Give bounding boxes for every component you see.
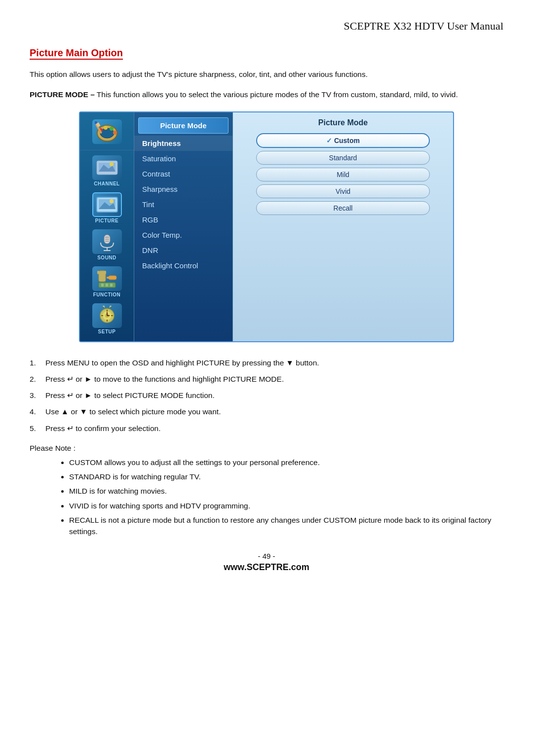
svg-rect-31 (106, 284, 108, 287)
menu-item-contrast[interactable]: Contrast (134, 166, 232, 181)
svg-rect-23 (105, 241, 109, 242)
svg-point-4 (104, 126, 108, 130)
svg-point-2 (106, 134, 109, 137)
instruction-num-3: 3. (30, 390, 45, 401)
instruction-num-1: 1. (30, 357, 45, 368)
osd-container: CHANNEL PICTURE (79, 111, 454, 342)
osd-menu: Picture Mode Brightness Saturation Contr… (134, 112, 233, 341)
instruction-3: 3. Press ↵ or ► to select PICTURE MODE f… (30, 390, 503, 401)
menu-item-brightness[interactable]: Brightness (134, 136, 232, 151)
sidebar-picture-label: PICTURE (95, 218, 118, 223)
picture-mode-text: This function allows you to select the v… (95, 90, 458, 99)
instruction-5: 5. Press ↵ to confirm your selection. (30, 423, 503, 434)
sidebar-item-palette[interactable] (80, 116, 134, 150)
svg-point-6 (113, 131, 117, 135)
sidebar-sound-label: SOUND (97, 255, 116, 260)
page-number: - 49 - (258, 552, 275, 560)
page-title: SCEPTRE X32 HDTV User Manual (344, 20, 503, 32)
sidebar-function-label: FUNCTION (93, 292, 121, 297)
function-icon (92, 266, 122, 291)
instructions: 1. Press MENU to open the OSD and highli… (30, 357, 503, 434)
note-item-2: STANDARD is for watching regular TV. (69, 471, 503, 482)
svg-rect-22 (105, 239, 109, 240)
svg-rect-21 (105, 237, 109, 238)
checkmark-icon: ✓ (326, 137, 332, 144)
svg-rect-26 (104, 271, 106, 274)
instruction-text-1: Press MENU to open the OSD and highlight… (45, 357, 503, 368)
sidebar-item-function[interactable]: FUNCTION (80, 263, 134, 300)
instruction-text-3: Press ↵ or ► to select PICTURE MODE func… (45, 390, 503, 401)
sidebar-item-sound[interactable]: SOUND (80, 226, 134, 263)
setup-icon (92, 303, 122, 328)
option-standard[interactable]: Standard (256, 151, 430, 165)
page-header: SCEPTRE X32 HDTV User Manual (30, 20, 503, 33)
instruction-1: 1. Press MENU to open the OSD and highli… (30, 357, 503, 368)
instruction-text-4: Use ▲ or ▼ to select which picture mode … (45, 406, 503, 417)
svg-rect-30 (101, 284, 104, 287)
sidebar-item-picture[interactable]: PICTURE (80, 189, 134, 226)
instruction-4: 4. Use ▲ or ▼ to select which picture mo… (30, 406, 503, 417)
please-note-label: Please Note : (30, 444, 503, 453)
svg-point-17 (110, 199, 114, 203)
sidebar-item-setup[interactable]: SETUP (80, 300, 134, 337)
menu-item-tint[interactable]: Tint (134, 197, 232, 212)
menu-item-saturation[interactable]: Saturation (134, 151, 232, 166)
sidebar-setup-label: SETUP (98, 329, 116, 334)
menu-item-sharpness[interactable]: Sharpness (134, 181, 232, 197)
instruction-text-2: Press ↵ or ► to move to the functions an… (45, 373, 503, 385)
option-recall[interactable]: Recall (256, 201, 430, 215)
osd-panel: Picture Mode ✓Custom Standard Mild Vivid… (233, 112, 453, 341)
picture-mode-bold: PICTURE MODE – (30, 90, 95, 99)
menu-title[interactable]: Picture Mode (138, 117, 228, 134)
intro-text: This option allows users to adjust the T… (30, 69, 503, 80)
sidebar-item-channel[interactable]: CHANNEL (80, 152, 134, 189)
svg-rect-32 (110, 284, 113, 287)
svg-rect-27 (109, 276, 116, 280)
picture-mode-desc: PICTURE MODE – This function allows you … (30, 89, 503, 100)
note-item-3: MILD is for watching movies. (69, 485, 503, 497)
menu-item-rgb[interactable]: RGB (134, 212, 232, 227)
menu-item-backlight[interactable]: Backlight Control (134, 258, 232, 273)
option-custom[interactable]: ✓Custom (256, 133, 430, 148)
instruction-num-5: 5. (30, 423, 45, 434)
instruction-text-5: Press ↵ to confirm your selection. (45, 423, 503, 434)
page-footer: - 49 - www.SCEPTRE.com (30, 552, 503, 573)
option-vivid[interactable]: Vivid (256, 184, 430, 198)
section-title: Picture Main Option (30, 47, 123, 60)
note-item-1: CUSTOM allows you to adjust all the sett… (69, 457, 503, 468)
palette-icon (92, 119, 122, 144)
note-item-5: RECALL is not a picture mode but a funct… (69, 514, 503, 538)
picture-icon (92, 192, 122, 217)
channel-icon (92, 155, 122, 180)
footer-url: www.SCEPTRE.com (30, 562, 503, 573)
svg-rect-28 (107, 277, 110, 279)
option-mild[interactable]: Mild (256, 168, 430, 181)
osd-sidebar: CHANNEL PICTURE (80, 112, 134, 341)
instruction-num-2: 2. (30, 373, 45, 385)
instruction-num-4: 4. (30, 406, 45, 417)
svg-rect-25 (97, 271, 99, 274)
menu-item-color-temp[interactable]: Color Temp. (134, 227, 232, 243)
sound-icon (92, 229, 122, 254)
instruction-2: 2. Press ↵ or ► to move to the functions… (30, 373, 503, 385)
panel-title: Picture Mode (241, 118, 445, 127)
note-bullets: CUSTOM allows you to adjust all the sett… (69, 457, 503, 538)
menu-item-dnr[interactable]: DNR (134, 243, 232, 258)
svg-point-5 (110, 127, 114, 131)
sidebar-channel-label: CHANNEL (94, 181, 119, 186)
note-item-4: VIVID is for watching sports and HDTV pr… (69, 500, 503, 511)
svg-point-13 (110, 162, 114, 166)
